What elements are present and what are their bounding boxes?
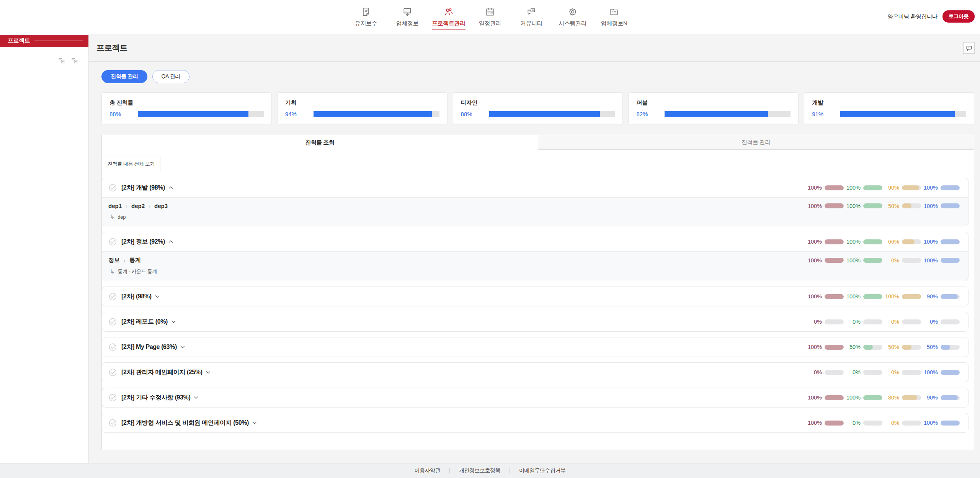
stat-percent: 90% (888, 185, 899, 191)
row-header[interactable]: [2차] 관리자 메인페이지 (25%) 0% 0% 0% 100% (102, 363, 968, 382)
nav-item[interactable]: 커뮤니티 (511, 3, 552, 33)
stat-percent: 50% (849, 344, 861, 350)
check-circle-icon (108, 393, 118, 402)
mode-tab[interactable]: 진척률 관리 (101, 70, 147, 83)
stat-percent: 90% (927, 395, 938, 401)
stat-percent: 0% (853, 369, 861, 375)
chevron-down-icon[interactable] (155, 294, 160, 299)
row-stats: 100% 100% 50% 100% (805, 203, 960, 209)
stat-bar (825, 203, 844, 208)
nav-item[interactable]: 프로젝트관리 (428, 3, 469, 33)
logout-button[interactable]: 로그아웃 (942, 10, 975, 23)
row-stats: 100% 100% 80% 90% (805, 395, 960, 401)
chevron-down-icon[interactable] (171, 319, 176, 324)
view-tab[interactable]: 진척률 조회 (102, 135, 538, 150)
breadcrumb-item[interactable]: dep1 (108, 203, 122, 209)
tree-toolbar (0, 47, 88, 64)
chevron-down-icon[interactable] (206, 370, 211, 375)
stat-percent: 0% (891, 420, 899, 426)
nav-item[interactable]: 업체정보N (593, 3, 635, 33)
summary-card-percent: 88% (109, 111, 138, 117)
row-header[interactable]: [2차] 정보 (92%) 100% 100% 66% 100% (102, 232, 968, 251)
child-breadcrumb: dep1›dep2›dep3 (108, 203, 168, 209)
row-header[interactable]: [2차] 기타 수정사항 (93%) 100% 100% 80% 90% (102, 388, 968, 407)
speech-bubble-icon (965, 44, 973, 52)
summary-card-label: 퍼블 (636, 99, 791, 106)
view-all-button[interactable]: 진척률 내용 전체 보기 (102, 157, 160, 171)
chevron-up-icon[interactable] (168, 239, 173, 244)
stat-cell: 0% (882, 319, 921, 325)
chevron-down-icon[interactable] (252, 420, 257, 426)
stat-percent: 100% (924, 203, 938, 209)
summary-card-progressbar (489, 111, 615, 117)
stat-percent: 100% (808, 257, 822, 264)
view-tab[interactable]: 진척률 관리 (538, 135, 974, 150)
row-header[interactable]: [2차] 개발 (98%) 100% 100% 90% 100% (102, 178, 968, 197)
chevron-right-icon: › (126, 203, 127, 209)
summary-card-progressbar (840, 111, 966, 117)
stat-bar (941, 258, 960, 263)
row-header[interactable]: [2차] 개방형 서비스 및 비회원 메인페이지 (50%) 100% 0% 0… (102, 413, 968, 432)
nav-item-label: 커뮤니티 (520, 20, 542, 30)
document-icon (361, 6, 371, 17)
stat-percent: 0% (891, 257, 899, 264)
stat-cell: 50% (844, 344, 882, 350)
stat-percent: 100% (808, 395, 822, 401)
chevron-down-icon[interactable] (193, 395, 199, 400)
footer-links: 이용자약관개인정보보호정책이메일무단수집거부 (405, 467, 575, 474)
footer-link[interactable]: 개인정보보호정책 (450, 467, 510, 474)
footer-link[interactable]: 이메일무단수집거부 (510, 467, 575, 474)
stat-cell: 100% (805, 203, 844, 209)
footer-link[interactable]: 이용자약관 (405, 467, 450, 474)
tree-collapse-all-icon[interactable] (70, 56, 78, 64)
row-header[interactable]: [2차] My Page (63%) 100% 50% 50% 50% (102, 337, 968, 357)
stat-percent: 0% (853, 319, 861, 325)
nav-item[interactable]: 일정관리 (469, 3, 511, 33)
stat-percent: 100% (924, 420, 938, 426)
row-child: dep1›dep2›dep3 100% 100% 50% 100% ↳ dep (102, 197, 968, 226)
stat-bar (863, 395, 882, 400)
nav-item[interactable]: 시스템관리 (552, 3, 593, 33)
stat-percent: 100% (885, 293, 899, 300)
stat-cell: 100% (805, 293, 844, 300)
stat-percent: 100% (808, 203, 822, 209)
nav-item[interactable]: 업체정보 (387, 3, 428, 33)
top-nav: 유지보수 업체정보 프로젝트관리 일정관리 커뮤니티 시스템관리 업체정보N (345, 3, 635, 33)
chevron-up-icon[interactable] (168, 185, 173, 190)
stat-bar (863, 294, 882, 299)
stat-bar (863, 239, 882, 244)
stat-percent: 100% (846, 257, 861, 264)
row-title: [2차] 개방형 서비스 및 비회원 메인페이지 (50%) (121, 419, 249, 427)
summary-card-percent: 91% (812, 111, 840, 117)
check-circle-icon (108, 237, 118, 246)
breadcrumb-item[interactable]: 통계 (129, 257, 141, 264)
tree-expand-all-icon[interactable] (57, 56, 65, 64)
row-title: [2차] 개발 (98%) (121, 184, 165, 192)
mode-tab[interactable]: QA 관리 (152, 70, 189, 83)
breadcrumb-item[interactable]: 정보 (108, 257, 120, 264)
progress-row: [2차] 개발 (98%) 100% 100% 90% 100% dep1›de… (102, 178, 969, 226)
stat-bar (902, 370, 921, 375)
progress-row: [2차] 정보 (92%) 100% 100% 66% 100% 정보›통계 1… (102, 232, 969, 281)
row-header[interactable]: [2차] (98%) 100% 100% 100% 90% (102, 287, 968, 306)
stat-percent: 100% (808, 185, 822, 191)
row-title: [2차] 레포트 (0%) (121, 318, 168, 326)
breadcrumb-item[interactable]: dep3 (154, 203, 168, 209)
breadcrumb-item[interactable]: dep2 (131, 203, 145, 209)
stat-cell: 100% (921, 203, 960, 209)
chevron-down-icon[interactable] (180, 344, 185, 350)
stat-bar (863, 319, 882, 324)
stat-bar (825, 395, 844, 400)
stat-percent: 100% (808, 344, 822, 350)
panel-body: 진척률 내용 전체 보기 [2차] 개발 (98%) 100% 100% 90%… (102, 150, 974, 450)
row-title: [2차] (98%) (121, 293, 152, 301)
check-circle-icon (108, 368, 118, 377)
sidebar-header: 프로젝트 (0, 34, 88, 47)
row-stats: 100% 0% 0% 100% (805, 420, 960, 426)
nav-item[interactable]: 유지보수 (345, 3, 387, 33)
stat-bar (941, 185, 960, 190)
row-header[interactable]: [2차] 레포트 (0%) 0% 0% 0% 0% (102, 312, 968, 331)
comment-button[interactable] (963, 42, 975, 54)
stat-bar (902, 239, 921, 244)
stat-bar (825, 239, 844, 244)
